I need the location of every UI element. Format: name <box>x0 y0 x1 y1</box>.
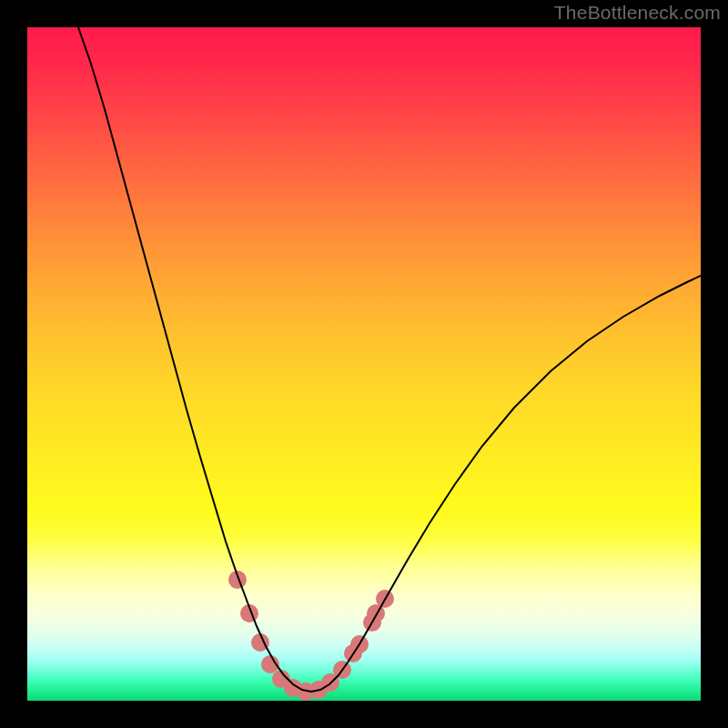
watermark-label: TheBottleneck.com <box>554 2 721 24</box>
curve-layer <box>27 27 701 701</box>
bottleneck-curve-line <box>78 27 701 692</box>
chart-frame: TheBottleneck.com <box>0 0 728 728</box>
highlight-dots-icon <box>228 571 394 701</box>
plot-area <box>27 27 701 701</box>
